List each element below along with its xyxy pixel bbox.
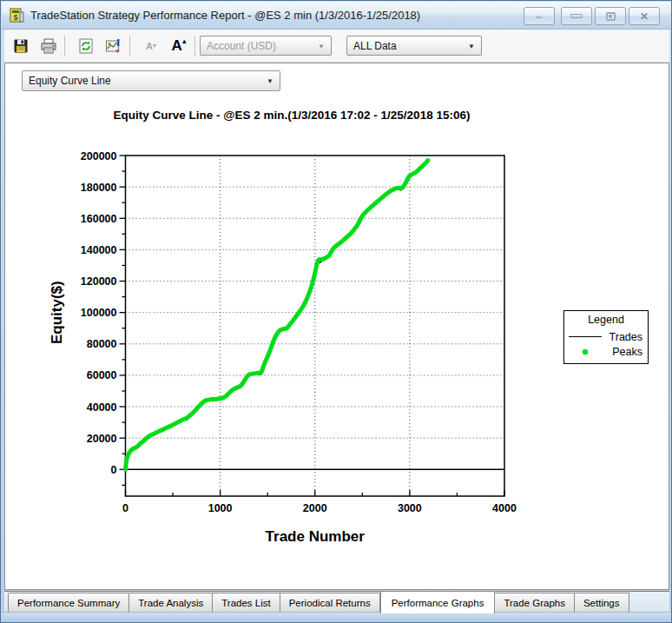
tab-settings[interactable]: Settings [575, 593, 629, 613]
svg-text:$: $ [13, 13, 17, 22]
toolbar-separator [194, 36, 195, 56]
account-dropdown-value: Account (USD) [207, 40, 276, 52]
legend-label: Peaks [603, 346, 644, 358]
y-tick-label: 80000 [87, 338, 117, 350]
y-tick-label: 200000 [81, 150, 117, 162]
app-icon: $ [10, 8, 24, 23]
graph-type-dropdown-value: Equity Curve Line [29, 75, 111, 87]
increase-font-button[interactable]: A▴ [168, 35, 190, 57]
toolbar: A▾ A▴ Account (USD) ▼ ALL Data ▼ [4, 30, 669, 63]
decrease-font-button[interactable]: A▾ [140, 35, 162, 57]
tab-periodical-returns[interactable]: Periodical Returns [280, 593, 380, 613]
trades-line-swatch [568, 336, 603, 337]
x-tick-label: 4000 [492, 502, 517, 514]
maximize-button[interactable] [595, 7, 626, 25]
legend-item-trades: Trades [568, 329, 644, 344]
window-title: TradeStation Strategy Performance Report… [30, 9, 420, 22]
x-tick-label: 2000 [303, 502, 327, 514]
legend-title: Legend [568, 314, 644, 326]
app-window: $ TradeStation Strategy Performance Repo… [0, 0, 672, 623]
y-tick-label: 120000 [81, 275, 117, 288]
chart-legend: Legend Trades Peaks [563, 310, 649, 364]
tab-performance-graphs[interactable]: Performance Graphs [380, 591, 496, 613]
y-tick-label: 160000 [81, 213, 117, 225]
y-tick-label: 100000 [81, 307, 117, 319]
y-tick-label: 180000 [81, 182, 117, 194]
print-button[interactable] [37, 35, 60, 57]
y-tick-label: 60000 [87, 369, 117, 381]
minimize-button[interactable] [561, 7, 592, 25]
refresh-icon [78, 38, 94, 54]
save-button[interactable] [10, 35, 32, 57]
x-axis-title: Trade Number [266, 528, 366, 545]
tab-performance-summary[interactable]: Performance Summary [8, 593, 129, 613]
y-tick-label: 0 [111, 464, 117, 476]
chevron-down-icon: ▼ [267, 77, 273, 85]
chevron-down-icon: ▼ [318, 42, 325, 50]
refresh-button[interactable] [75, 35, 97, 57]
legend-item-peaks: Peaks [568, 344, 644, 359]
report-settings-icon [105, 38, 122, 54]
toolbar-separator [129, 36, 130, 56]
graph-type-dropdown[interactable]: Equity Curve Line ▼ [22, 70, 280, 91]
decrease-font-icon: A [146, 41, 153, 51]
data-range-dropdown[interactable]: ALL Data ▼ [346, 36, 482, 56]
tab-trade-analysis[interactable]: Trade Analysis [129, 593, 213, 613]
save-icon [13, 38, 29, 54]
trades-series-line [126, 161, 428, 470]
peaks-series-line [126, 161, 428, 470]
print-icon [40, 38, 57, 54]
tab-trade-graphs[interactable]: Trade Graphs [495, 593, 575, 613]
y-axis-title: Equity($) [49, 281, 65, 344]
peaks-dot-swatch [568, 348, 603, 356]
x-tick-label: 3000 [398, 502, 422, 514]
x-tick-label: 0 [122, 502, 128, 514]
report-settings-button[interactable] [102, 35, 125, 57]
x-tick-label: 1000 [208, 502, 233, 514]
increase-font-icon: A [172, 37, 182, 55]
y-tick-label: 140000 [81, 244, 117, 256]
tab-trades-list[interactable]: Trades List [213, 593, 280, 613]
close-button[interactable]: ✕ [629, 7, 660, 25]
toolbar-separator [64, 36, 65, 56]
chart-title: Equity Curve Line - @ES 2 min.(1/3/2016 … [96, 109, 487, 122]
account-dropdown[interactable]: Account (USD) ▼ [200, 36, 332, 56]
dock-toggle-button[interactable]: ⇔ [524, 7, 555, 25]
minimize-icon [570, 14, 583, 18]
chevron-down-icon: ▼ [468, 42, 475, 50]
y-tick-label: 40000 [87, 401, 117, 414]
window-bottom-border [2, 612, 672, 621]
y-tick-label: 20000 [87, 433, 117, 445]
data-range-dropdown-value: ALL Data [353, 40, 397, 52]
report-tab-bar: Performance Summary Trade Analysis Trade… [4, 591, 669, 614]
maximize-icon [606, 12, 616, 21]
legend-label: Trades [603, 331, 644, 343]
